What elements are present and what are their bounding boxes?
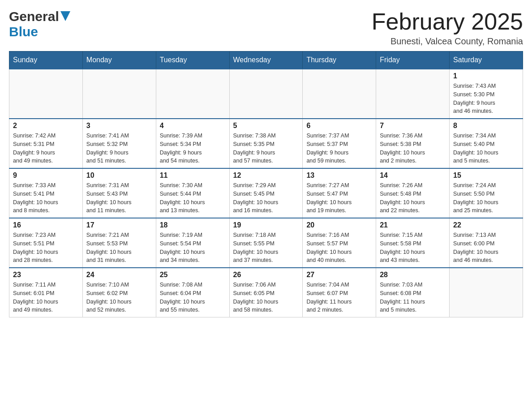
- table-row: [82, 69, 156, 119]
- header-wednesday: Wednesday: [229, 51, 303, 69]
- day-info: Sunrise: 7:27 AM Sunset: 5:47 PM Dayligh…: [306, 181, 372, 215]
- calendar-week-row: 1Sunrise: 7:43 AM Sunset: 5:30 PM Daylig…: [9, 69, 523, 119]
- day-info: Sunrise: 7:26 AM Sunset: 5:48 PM Dayligh…: [380, 181, 446, 215]
- header-monday: Monday: [82, 51, 156, 69]
- table-row: [450, 268, 523, 317]
- day-info: Sunrise: 7:03 AM Sunset: 6:08 PM Dayligh…: [380, 281, 446, 314]
- day-number: 2: [13, 122, 79, 130]
- table-row: 13Sunrise: 7:27 AM Sunset: 5:47 PM Dayli…: [303, 168, 376, 218]
- day-info: Sunrise: 7:23 AM Sunset: 5:51 PM Dayligh…: [13, 231, 79, 265]
- header-saturday: Saturday: [450, 51, 523, 69]
- table-row: 25Sunrise: 7:08 AM Sunset: 6:04 PM Dayli…: [156, 268, 229, 317]
- table-row: 2Sunrise: 7:42 AM Sunset: 5:31 PM Daylig…: [9, 119, 83, 168]
- day-number: 14: [380, 171, 446, 180]
- table-row: 12Sunrise: 7:29 AM Sunset: 5:45 PM Dayli…: [229, 168, 303, 218]
- day-number: 28: [380, 271, 446, 279]
- calendar-week-row: 16Sunrise: 7:23 AM Sunset: 5:51 PM Dayli…: [9, 218, 523, 268]
- table-row: 19Sunrise: 7:18 AM Sunset: 5:55 PM Dayli…: [229, 218, 303, 268]
- day-info: Sunrise: 7:10 AM Sunset: 6:02 PM Dayligh…: [86, 281, 152, 314]
- day-number: 4: [160, 122, 226, 130]
- table-row: 3Sunrise: 7:41 AM Sunset: 5:32 PM Daylig…: [82, 119, 156, 168]
- day-info: Sunrise: 7:34 AM Sunset: 5:40 PM Dayligh…: [453, 132, 519, 165]
- day-number: 17: [86, 221, 152, 229]
- day-number: 13: [306, 171, 372, 180]
- logo-blue-text: Blue: [9, 24, 38, 39]
- day-number: 21: [380, 221, 446, 229]
- calendar-week-row: 23Sunrise: 7:11 AM Sunset: 6:01 PM Dayli…: [9, 268, 523, 317]
- day-info: Sunrise: 7:41 AM Sunset: 5:32 PM Dayligh…: [86, 132, 152, 165]
- day-number: 1: [453, 72, 519, 80]
- day-info: Sunrise: 7:42 AM Sunset: 5:31 PM Dayligh…: [13, 132, 79, 165]
- day-info: Sunrise: 7:39 AM Sunset: 5:34 PM Dayligh…: [160, 132, 226, 165]
- day-info: Sunrise: 7:15 AM Sunset: 5:58 PM Dayligh…: [380, 231, 446, 265]
- table-row: 7Sunrise: 7:36 AM Sunset: 5:38 PM Daylig…: [376, 119, 450, 168]
- table-row: [156, 69, 229, 119]
- table-row: 21Sunrise: 7:15 AM Sunset: 5:58 PM Dayli…: [376, 218, 450, 268]
- day-number: 9: [13, 171, 79, 180]
- day-info: Sunrise: 7:13 AM Sunset: 6:00 PM Dayligh…: [453, 231, 519, 265]
- svg-marker-0: [60, 11, 70, 21]
- day-info: Sunrise: 7:43 AM Sunset: 5:30 PM Dayligh…: [453, 82, 519, 116]
- table-row: 27Sunrise: 7:04 AM Sunset: 6:07 PM Dayli…: [303, 268, 376, 317]
- table-row: 1Sunrise: 7:43 AM Sunset: 5:30 PM Daylig…: [450, 69, 523, 119]
- day-number: 19: [233, 221, 299, 229]
- day-info: Sunrise: 7:30 AM Sunset: 5:44 PM Dayligh…: [160, 181, 226, 215]
- table-row: 28Sunrise: 7:03 AM Sunset: 6:08 PM Dayli…: [376, 268, 450, 317]
- table-row: 8Sunrise: 7:34 AM Sunset: 5:40 PM Daylig…: [450, 119, 523, 168]
- table-row: [229, 69, 303, 119]
- table-row: 18Sunrise: 7:19 AM Sunset: 5:54 PM Dayli…: [156, 218, 229, 268]
- header-thursday: Thursday: [303, 51, 376, 69]
- day-number: 8: [453, 122, 519, 130]
- day-number: 20: [306, 221, 372, 229]
- day-number: 3: [86, 122, 152, 130]
- day-number: 18: [160, 221, 226, 229]
- table-row: 23Sunrise: 7:11 AM Sunset: 6:01 PM Dayli…: [9, 268, 83, 317]
- header-tuesday: Tuesday: [156, 51, 229, 69]
- day-info: Sunrise: 7:08 AM Sunset: 6:04 PM Dayligh…: [160, 281, 226, 314]
- table-row: [376, 69, 450, 119]
- calendar-header-row: Sunday Monday Tuesday Wednesday Thursday…: [9, 51, 523, 69]
- day-number: 10: [86, 171, 152, 180]
- day-info: Sunrise: 7:36 AM Sunset: 5:38 PM Dayligh…: [380, 132, 446, 165]
- day-number: 15: [453, 171, 519, 180]
- table-row: 22Sunrise: 7:13 AM Sunset: 6:00 PM Dayli…: [450, 218, 523, 268]
- day-info: Sunrise: 7:38 AM Sunset: 5:35 PM Dayligh…: [233, 132, 299, 165]
- table-row: 9Sunrise: 7:33 AM Sunset: 5:41 PM Daylig…: [9, 168, 83, 218]
- table-row: 24Sunrise: 7:10 AM Sunset: 6:02 PM Dayli…: [82, 268, 156, 317]
- day-info: Sunrise: 7:16 AM Sunset: 5:57 PM Dayligh…: [306, 231, 372, 265]
- day-info: Sunrise: 7:11 AM Sunset: 6:01 PM Dayligh…: [13, 281, 79, 314]
- table-row: 10Sunrise: 7:31 AM Sunset: 5:43 PM Dayli…: [82, 168, 156, 218]
- table-row: [9, 69, 83, 119]
- table-row: 17Sunrise: 7:21 AM Sunset: 5:53 PM Dayli…: [82, 218, 156, 268]
- day-info: Sunrise: 7:04 AM Sunset: 6:07 PM Dayligh…: [306, 281, 372, 314]
- day-number: 7: [380, 122, 446, 130]
- location-title: Bunesti, Valcea County, Romania: [372, 36, 523, 47]
- table-row: 4Sunrise: 7:39 AM Sunset: 5:34 PM Daylig…: [156, 119, 229, 168]
- day-number: 5: [233, 122, 299, 130]
- day-info: Sunrise: 7:29 AM Sunset: 5:45 PM Dayligh…: [233, 181, 299, 215]
- table-row: 26Sunrise: 7:06 AM Sunset: 6:05 PM Dayli…: [229, 268, 303, 317]
- table-row: 11Sunrise: 7:30 AM Sunset: 5:44 PM Dayli…: [156, 168, 229, 218]
- calendar-week-row: 9Sunrise: 7:33 AM Sunset: 5:41 PM Daylig…: [9, 168, 523, 218]
- day-info: Sunrise: 7:33 AM Sunset: 5:41 PM Dayligh…: [13, 181, 79, 215]
- day-number: 12: [233, 171, 299, 180]
- day-info: Sunrise: 7:37 AM Sunset: 5:37 PM Dayligh…: [306, 132, 372, 165]
- day-number: 27: [306, 271, 372, 279]
- day-info: Sunrise: 7:24 AM Sunset: 5:50 PM Dayligh…: [453, 181, 519, 215]
- day-number: 25: [160, 271, 226, 279]
- header-friday: Friday: [376, 51, 450, 69]
- day-info: Sunrise: 7:18 AM Sunset: 5:55 PM Dayligh…: [233, 231, 299, 265]
- table-row: 16Sunrise: 7:23 AM Sunset: 5:51 PM Dayli…: [9, 218, 83, 268]
- logo-general-text: General: [9, 9, 59, 24]
- day-info: Sunrise: 7:06 AM Sunset: 6:05 PM Dayligh…: [233, 281, 299, 314]
- day-number: 23: [13, 271, 79, 279]
- day-info: Sunrise: 7:19 AM Sunset: 5:54 PM Dayligh…: [160, 231, 226, 265]
- day-number: 6: [306, 122, 372, 130]
- table-row: 20Sunrise: 7:16 AM Sunset: 5:57 PM Dayli…: [303, 218, 376, 268]
- table-row: 14Sunrise: 7:26 AM Sunset: 5:48 PM Dayli…: [376, 168, 450, 218]
- day-number: 11: [160, 171, 226, 180]
- day-number: 26: [233, 271, 299, 279]
- title-area: February 2025 Bunesti, Valcea County, Ro…: [372, 9, 523, 47]
- calendar-table: Sunday Monday Tuesday Wednesday Thursday…: [9, 51, 523, 317]
- month-title: February 2025: [372, 9, 523, 34]
